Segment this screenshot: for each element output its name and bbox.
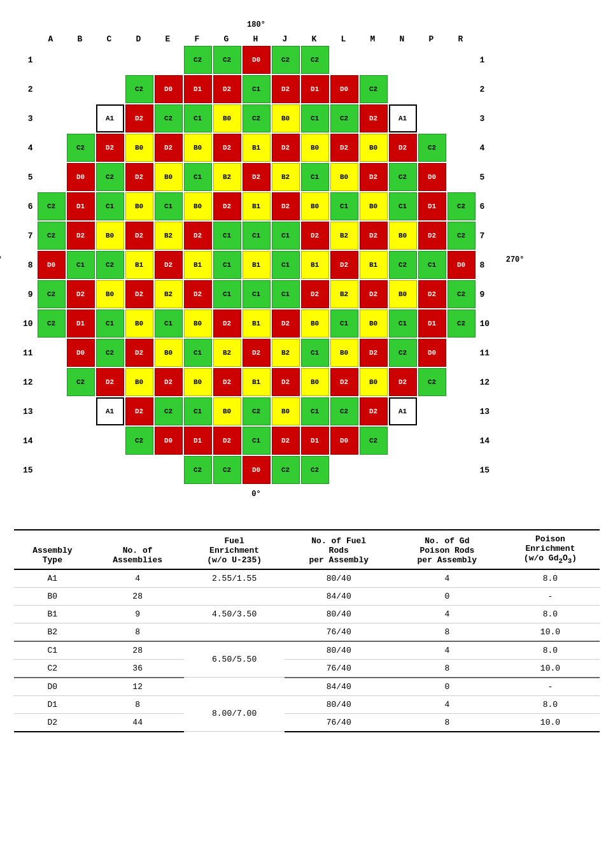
cell-empty-2-2: [96, 75, 124, 103]
cell-empty-13-1: [67, 397, 95, 425]
cell-8-B: C1: [67, 251, 95, 279]
td-gd-rods: 8: [393, 623, 501, 641]
cell-empty-15-4: [155, 456, 183, 484]
row-label-2: 2: [14, 85, 37, 94]
cell-empty-15-10: [330, 456, 358, 484]
th-no-assemblies: No. ofAssemblies: [91, 530, 184, 569]
angle-right: 270°: [506, 255, 525, 264]
cell-4-K: B0: [301, 134, 329, 162]
cell-7-N: B0: [389, 222, 417, 250]
cell-7-P: D2: [418, 222, 446, 250]
cell-5-J: B2: [272, 163, 300, 191]
cell-6-C: C1: [96, 192, 124, 220]
cell-15-G: C2: [213, 456, 241, 484]
td-gd-rods: 4: [393, 569, 501, 588]
cell-12-M: B0: [360, 368, 388, 396]
cell-empty-3-0: [38, 104, 66, 132]
cell-13-M: D2: [360, 397, 388, 425]
cell-13-J: B0: [272, 397, 300, 425]
row-label-6: 6: [14, 202, 37, 211]
cell-6-D: B0: [125, 192, 153, 220]
cell-6-R: C2: [447, 192, 476, 220]
cell-9-L: B2: [330, 280, 358, 308]
cell-9-G: C1: [213, 280, 241, 308]
cell-empty-15-1: [67, 456, 95, 484]
td-enrichment: 4.50/3.50: [184, 605, 285, 623]
td-gd-rods: 4: [393, 605, 501, 623]
col-header-P: P: [418, 34, 447, 44]
td-assemblies: 8: [91, 623, 184, 641]
td-gd-rods: 8: [393, 713, 501, 732]
cell-9-R: C2: [447, 280, 476, 308]
cell-9-B: D2: [67, 280, 95, 308]
cell-empty-14-2: [96, 427, 124, 455]
table-row: D01284/400-: [14, 678, 600, 696]
td-type: A1: [14, 569, 92, 588]
cell-8-D: B1: [125, 251, 153, 279]
td-poison-enrichment: 10.0: [501, 659, 599, 678]
cell-13-D: D2: [125, 397, 153, 425]
cell-10-D: B0: [125, 309, 153, 338]
row-label-4: 4: [14, 143, 37, 153]
cell-7-J: C1: [272, 222, 300, 250]
cell-3-K: C1: [301, 104, 329, 132]
th-assembly-type: AssemblyType: [14, 530, 92, 569]
td-poison-enrichment: 8.0: [501, 605, 599, 623]
grid-row-3: 3A1D2C2C1B0C2B0C1C2D2A13: [14, 104, 499, 133]
cell-9-F: D2: [184, 280, 212, 308]
td-assemblies: 44: [91, 713, 184, 732]
cell-empty-1-12: [389, 46, 417, 74]
cell-1-J: C2: [272, 46, 300, 74]
cell-empty-2-1: [67, 75, 95, 103]
cell-6-F: B0: [184, 192, 212, 220]
th-enrichment: FuelEnrichment(w/o U-235): [184, 530, 285, 569]
cell-9-J: C1: [272, 280, 300, 308]
cell-10-R: C2: [447, 309, 476, 338]
cell-15-K: C2: [301, 456, 329, 484]
cell-14-K: D1: [301, 427, 329, 455]
cell-8-K: B1: [301, 251, 329, 279]
grid-row-14: 14C2D0D1D2C1D2D1D0C214: [14, 426, 499, 455]
cell-7-F: D2: [184, 222, 212, 250]
cell-3-L: C2: [330, 104, 358, 132]
col-header-M: M: [359, 34, 388, 44]
td-gd-rods: 4: [393, 695, 501, 713]
cell-10-A: C2: [38, 309, 66, 338]
cell-13-E: C2: [155, 397, 183, 425]
cell-14-D: C2: [125, 427, 153, 455]
cell-12-P: C2: [418, 368, 446, 396]
cell-10-E: C1: [155, 309, 183, 338]
cell-empty-15-12: [389, 456, 417, 484]
th-gd-rods: No. of GdPoison Rodsper Assembly: [393, 530, 501, 569]
th-fuel-rods: No. of FuelRodsper Assembly: [285, 530, 393, 569]
cell-empty-13-0: [38, 397, 66, 425]
cell-7-E: B2: [155, 222, 183, 250]
grid-row-1: 1C2C2D0C2C21: [14, 45, 499, 75]
cell-empty-15-3: [125, 456, 153, 484]
cell-3-D: D2: [125, 104, 153, 132]
cell-11-P: D0: [418, 339, 446, 367]
cell-6-J: D2: [272, 192, 300, 220]
cell-4-L: D2: [330, 134, 358, 162]
cell-8-H: B1: [243, 251, 271, 279]
col-header-C: C: [95, 34, 125, 44]
grid-row-10: 10C2D1C1B0C1B0D2B1D2B0C1B0C1D1C210: [14, 309, 499, 338]
cell-3-J: B0: [272, 104, 300, 132]
td-enrichment: 6.50/5.50: [184, 641, 285, 678]
cell-13-L: C2: [330, 397, 358, 425]
cell-13-G: B0: [213, 397, 241, 425]
row-label-right-11: 11: [476, 348, 499, 358]
row-label-right-10: 10: [476, 319, 499, 329]
cell-4-J: D2: [272, 134, 300, 162]
table-row: A142.55/1.5580/4048.0: [14, 569, 600, 588]
td-poison-enrichment: 10.0: [501, 713, 599, 732]
cell-13-H: C2: [243, 397, 271, 425]
td-assemblies: 28: [91, 641, 184, 660]
cell-14-J: D2: [272, 427, 300, 455]
td-gd-rods: 8: [393, 659, 501, 678]
grid-row-11: 11D0C2D2B0C1B2D2B2C1B0D2C2D011: [14, 338, 499, 367]
cell-11-H: D2: [243, 339, 271, 367]
row-label-right-6: 6: [476, 202, 499, 211]
cell-empty-15-11: [360, 456, 388, 484]
cell-empty-5-14: [447, 163, 476, 191]
